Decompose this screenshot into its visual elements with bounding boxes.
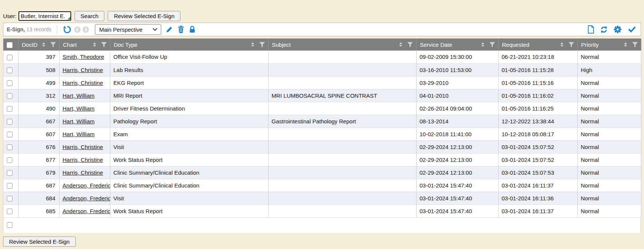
column-header-requested[interactable]: Requested: [499, 38, 578, 51]
column-header-service-date[interactable]: Service Date: [417, 38, 499, 51]
chart-link[interactable]: Harris, Christine: [63, 80, 103, 86]
chart-link[interactable]: Harris, Christine: [63, 169, 103, 176]
prev-icon[interactable]: [74, 26, 81, 33]
cell-priority: Normal: [578, 140, 641, 153]
filter-icon[interactable]: [407, 42, 413, 47]
sort-icon[interactable]: [481, 42, 484, 47]
trash-icon[interactable]: [177, 25, 185, 34]
refresh-icon[interactable]: [600, 26, 608, 34]
cell-service-date: 04-01-2010: [417, 89, 499, 102]
filter-icon[interactable]: [632, 42, 638, 47]
cell-subject: [269, 166, 417, 179]
row-checkbox[interactable]: [7, 119, 12, 124]
undo-icon[interactable]: [63, 25, 72, 34]
user-label: User:: [3, 13, 17, 19]
select-all-checkbox[interactable]: [7, 42, 12, 48]
search-button[interactable]: Search: [75, 11, 105, 21]
sort-icon[interactable]: [560, 42, 563, 47]
perspective-dropdown-value: Main Perspective: [99, 26, 142, 33]
gear-icon[interactable]: [613, 25, 622, 34]
cell-subject: [269, 179, 417, 192]
cell-docid: 490: [18, 102, 60, 115]
row-checkbox[interactable]: [7, 80, 12, 86]
cell-requested: 12-12-2022 13:38:44: [499, 115, 578, 128]
cell-service-date: 09-02-2009 15:30:00: [417, 51, 499, 63]
chart-link[interactable]: Anderson, Frederick: [63, 182, 110, 189]
chart-link[interactable]: Hart, William: [63, 131, 95, 137]
column-header-doc-type[interactable]: Doc Type: [110, 38, 269, 51]
chart-link[interactable]: Harris, Christine: [63, 157, 103, 163]
table-row: 685Anderson, FrederickWork Status Report…: [3, 204, 641, 217]
footer-row-checkbox[interactable]: [7, 222, 12, 228]
chart-link[interactable]: Smith, Theodore: [63, 54, 104, 60]
row-checkbox[interactable]: [7, 132, 12, 137]
new-document-icon[interactable]: [587, 25, 594, 34]
review-selected-button-top[interactable]: Review Selected E-Sign: [108, 11, 180, 21]
cell-requested: 01-05-2016 11:15:28: [499, 63, 578, 76]
cell-docid: 607: [18, 128, 60, 140]
row-checkbox[interactable]: [7, 157, 12, 163]
table-row: 397Smith, TheodoreOffice Visit-Follow Up…: [3, 51, 641, 63]
column-label: Requested: [502, 42, 560, 48]
table-row: 684Anderson, FrederickVisit03-01-2024 15…: [3, 192, 641, 204]
user-input-wrap: [18, 11, 71, 21]
perspective-dropdown[interactable]: Main Perspective: [95, 24, 161, 35]
row-checkbox[interactable]: [7, 144, 12, 150]
column-header-subject[interactable]: Subject: [269, 38, 417, 51]
lock-icon[interactable]: [189, 25, 196, 34]
filter-icon[interactable]: [50, 42, 56, 47]
cell-service-date: 10-02-2018 11:41:00: [417, 128, 499, 140]
next-icon[interactable]: [82, 26, 89, 33]
user-input[interactable]: [18, 11, 71, 21]
cell-priority: Normal: [578, 51, 641, 63]
cell-service-date: 02-29-2024 12:13:00: [417, 166, 499, 179]
chart-link[interactable]: Hart, William: [63, 118, 95, 124]
chart-link[interactable]: Hart, William: [63, 105, 95, 112]
cell-service-date: 08-13-2014: [417, 115, 499, 128]
row-checkbox[interactable]: [7, 93, 12, 99]
row-select-cell: [3, 153, 18, 166]
chart-link[interactable]: Hart, William: [63, 92, 95, 99]
cell-subject: [269, 76, 417, 89]
cell-chart: Hart, William: [60, 128, 110, 140]
column-header-chart[interactable]: Chart: [60, 38, 110, 51]
filter-icon[interactable]: [259, 42, 265, 47]
filter-icon[interactable]: [568, 42, 574, 47]
sort-icon[interactable]: [399, 42, 402, 47]
cell-priority: Normal: [578, 204, 641, 217]
row-select-cell: [3, 204, 18, 217]
cell-priority: Normal: [578, 153, 641, 166]
cell-subject: [269, 192, 417, 204]
sort-icon[interactable]: [93, 42, 96, 47]
table-row: 312Hart, WilliamMRI ReportMRI LUMBOSACRA…: [3, 89, 641, 102]
chart-link[interactable]: Harris, Christine: [63, 67, 103, 73]
row-checkbox[interactable]: [7, 209, 12, 214]
sort-icon[interactable]: [624, 42, 627, 47]
row-checkbox[interactable]: [7, 55, 12, 60]
row-checkbox[interactable]: [7, 170, 12, 176]
row-checkbox[interactable]: [7, 196, 12, 201]
row-checkbox[interactable]: [7, 68, 12, 73]
pencil-icon[interactable]: [165, 26, 173, 34]
column-header-priority[interactable]: Priority: [578, 38, 641, 51]
sort-icon[interactable]: [42, 42, 45, 47]
chart-link[interactable]: Anderson, Frederick: [63, 208, 110, 214]
check-icon[interactable]: [627, 26, 636, 33]
filter-icon[interactable]: [101, 42, 107, 47]
filter-icon[interactable]: [489, 42, 495, 47]
cell-docid: 679: [18, 166, 60, 179]
row-checkbox[interactable]: [7, 106, 12, 112]
cell-chart: Harris, Christine: [60, 140, 110, 153]
review-selected-button-bottom[interactable]: Review Selected E-Sign: [3, 237, 76, 247]
cell-chart: Anderson, Frederick: [60, 179, 110, 192]
sort-icon[interactable]: [251, 42, 254, 47]
column-header-docid[interactable]: DocID: [18, 38, 60, 51]
cell-docid: 684: [18, 192, 60, 204]
chart-link[interactable]: Anderson, Frederick: [63, 195, 110, 201]
cell-service-date: 03-16-2010 11:53:00: [417, 63, 499, 76]
row-checkbox[interactable]: [7, 183, 12, 189]
row-select-cell: [3, 166, 18, 179]
chart-link[interactable]: Harris, Christine: [63, 144, 103, 150]
cell-service-date: 03-01-2024 15:47:40: [417, 192, 499, 204]
toolbar-divider: [57, 25, 57, 34]
